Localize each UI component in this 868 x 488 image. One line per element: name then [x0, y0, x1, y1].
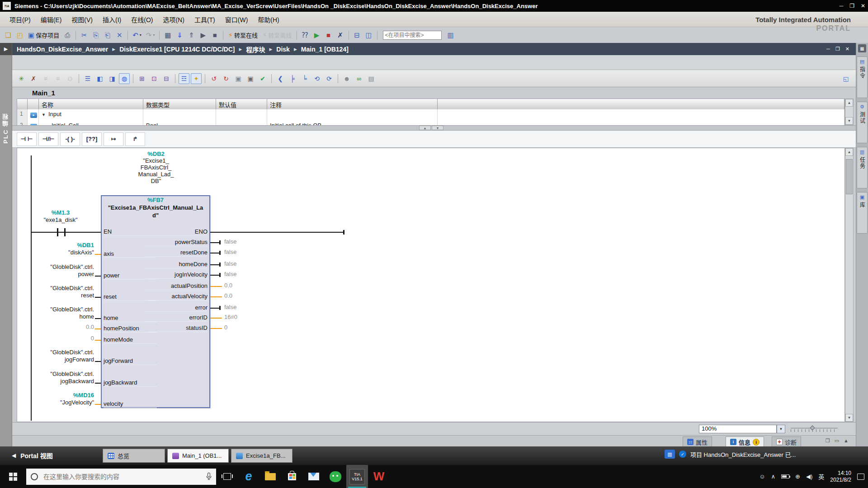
clock[interactable]: 14:102021/8/2 [830, 470, 851, 483]
apply-snapshot-button[interactable]: ▣ [245, 73, 256, 84]
scroll-up-icon[interactable]: ▲ [845, 99, 853, 107]
taskbar-app-tia-portal[interactable]: TIAV15.1 [346, 465, 368, 488]
accessible-devices-button[interactable]: ⁇ [300, 30, 311, 41]
menu-item-2[interactable]: 视图(V) [66, 13, 98, 26]
battery-icon[interactable] [781, 474, 789, 479]
menu-item-3[interactable]: 插入(I) [98, 13, 126, 26]
show-library-view-button[interactable]: ▥ [445, 30, 456, 41]
compile-button[interactable]: ▦ [162, 30, 173, 41]
menu-item-0[interactable]: 项目(P) [5, 13, 36, 26]
contact-address[interactable]: %M1.3 [29, 209, 92, 216]
scroll-up-icon[interactable]: ▲ [845, 148, 853, 156]
portal-view-button[interactable]: ◀ Portal 视图 [12, 451, 53, 460]
contact-closed-button[interactable]: ⊣/⊢ [38, 132, 58, 146]
print-button[interactable]: ⎙ [62, 30, 73, 41]
table-scrollbar[interactable]: ▲ ▼ [845, 99, 854, 125]
taskbar-app-wechat[interactable] [325, 465, 346, 488]
column-header-blank[interactable] [438, 99, 844, 109]
column-header-3[interactable]: 注释 [267, 99, 438, 109]
operand-homeMode[interactable]: 0 [17, 335, 94, 342]
update-block-call-button[interactable]: ✔ [257, 73, 268, 84]
fb-pin-errorID[interactable]: errorID [145, 314, 208, 322]
fb-pin-statusID[interactable]: statusID [145, 324, 208, 332]
monitor-value-statusID[interactable]: 0 [224, 324, 227, 331]
fb-pin-homeMode[interactable]: homeMode [104, 336, 157, 344]
close-branch-button[interactable]: ↱ [125, 132, 145, 146]
task-card-libraries[interactable]: ▣库 [857, 192, 868, 234]
clear-call-envelope-button[interactable]: ↺ [208, 73, 219, 84]
insert-network-button[interactable]: ✳ [16, 73, 27, 84]
save-project-button[interactable]: ▣保存项目 [26, 30, 61, 41]
new-project-button[interactable]: ❏ [3, 30, 14, 41]
fb-pin-jogBackward[interactable]: jogBackward [104, 379, 157, 387]
expander-icon[interactable]: ▼ [42, 113, 46, 117]
menu-item-5[interactable]: 选项(N) [158, 13, 189, 26]
fb-pin-powerStatus[interactable]: powerStatus [145, 238, 208, 246]
contact-icon[interactable] [64, 228, 66, 236]
update-inconsistent-calls-button[interactable]: ⟲ [311, 73, 322, 84]
breadcrumb-item-1[interactable]: DiskExercise1 [CPU 1214C DC/DC/DC] [119, 46, 235, 53]
people-icon[interactable]: ☺ [759, 473, 765, 480]
stop-simulation-button[interactable]: ■ [323, 30, 334, 41]
operand-homePosition[interactable]: 0.0 [17, 324, 94, 331]
download-to-device-button[interactable]: ⇓ [174, 30, 185, 41]
refresh-button[interactable]: ⟳ [324, 73, 335, 84]
start-cpu-button[interactable]: ▶ [198, 30, 208, 41]
network-sequence-button[interactable]: ☰ [82, 73, 93, 84]
column-header-1[interactable]: 数据类型 [143, 99, 216, 109]
maximize-icon[interactable]: ❐ [849, 3, 854, 9]
task-card-tasks[interactable]: ▥任务 [857, 147, 868, 188]
menu-item-7[interactable]: 窗口(W) [220, 13, 253, 26]
menu-item-8[interactable]: 帮助(H) [253, 13, 284, 26]
fb-pin-actualPosition[interactable]: actualPosition [145, 282, 208, 290]
column-header-blank[interactable] [17, 99, 28, 109]
menu-item-1[interactable]: 编辑(E) [36, 13, 67, 26]
volume-icon[interactable]: ◀) [806, 473, 812, 480]
stop-cpu-button[interactable]: ■ [209, 30, 220, 41]
fb-pin-eno[interactable]: ENO [145, 228, 208, 236]
breadcrumb-item-3[interactable]: Disk [276, 46, 290, 53]
collapse-panel-icon[interactable]: ▲ [844, 438, 849, 444]
zoom-dropdown-icon[interactable]: ▼ [777, 425, 785, 433]
show-network-titles-button[interactable]: ◧ [94, 73, 105, 84]
monitor-value-powerStatus[interactable]: false [224, 238, 236, 245]
restore-icon[interactable]: ❐ [835, 46, 840, 52]
close-project-button[interactable]: ✗ [335, 30, 346, 41]
editor-tab-overview[interactable]: 总览 [103, 449, 165, 463]
operand-jogForward[interactable]: "GlobleDisk".ctrl.jogForward [17, 349, 94, 363]
operand-display-button[interactable]: ⊡ [149, 73, 160, 84]
fb-pin-jogForward[interactable]: jogForward [104, 357, 157, 365]
undo-button[interactable]: ↶▾ [131, 30, 143, 41]
contact-icon[interactable] [57, 228, 58, 236]
menu-item-6[interactable]: 工具(T) [189, 13, 220, 26]
coil-button[interactable]: -( )- [60, 132, 80, 146]
access-levels-button[interactable]: ☻ [341, 73, 352, 84]
monitor-value-resetDone[interactable]: false [224, 249, 236, 255]
operand-axis[interactable]: %DB1"diskAxis" [17, 242, 94, 256]
taskbar-app-store[interactable] [281, 465, 303, 488]
db-address[interactable]: %DB2 [115, 150, 197, 157]
column-header-blank[interactable] [28, 99, 39, 109]
grid-icon[interactable]: ▦ [858, 44, 866, 52]
tab-info[interactable]: i信息i [726, 436, 764, 447]
fb-call-block[interactable] [101, 195, 210, 408]
taskbar-app-mail[interactable] [303, 465, 325, 488]
float-panel-icon[interactable]: ❐ [826, 438, 830, 444]
splitter-down-icon[interactable]: ▼ [432, 126, 443, 130]
contact-name[interactable]: "exe1a_disk" [29, 216, 92, 224]
open-branch-button[interactable]: ↦ [104, 132, 123, 146]
start-button[interactable] [0, 465, 26, 488]
project-search-input[interactable] [383, 31, 442, 40]
reset-call-envelope-button[interactable]: ↻ [221, 73, 231, 84]
instance-db-label[interactable]: %DB2 "Excise1_FBAxisCtrl_Manual_Lad_DB" [115, 150, 197, 184]
tab-diagnostics[interactable]: ✚诊断 [772, 436, 801, 447]
open-project-button[interactable]: ◰ [14, 30, 25, 41]
monitor-value-jogInVelocity[interactable]: false [224, 271, 236, 277]
operand-home[interactable]: "GlobleDisk".ctrl.home [17, 306, 94, 320]
ladder-canvas[interactable]: %DB2 "Excise1_FBAxisCtrl_Manual_Lad_DB" … [17, 148, 845, 422]
scroll-down-icon[interactable]: ▼ [845, 117, 853, 125]
fb-address[interactable]: %FB7 [101, 197, 210, 203]
input-language[interactable]: 英 [818, 472, 824, 481]
breadcrumb-item-0[interactable]: HandsOn_DiskExcise_Answer [17, 46, 108, 53]
zoom-slider[interactable] [791, 427, 838, 432]
